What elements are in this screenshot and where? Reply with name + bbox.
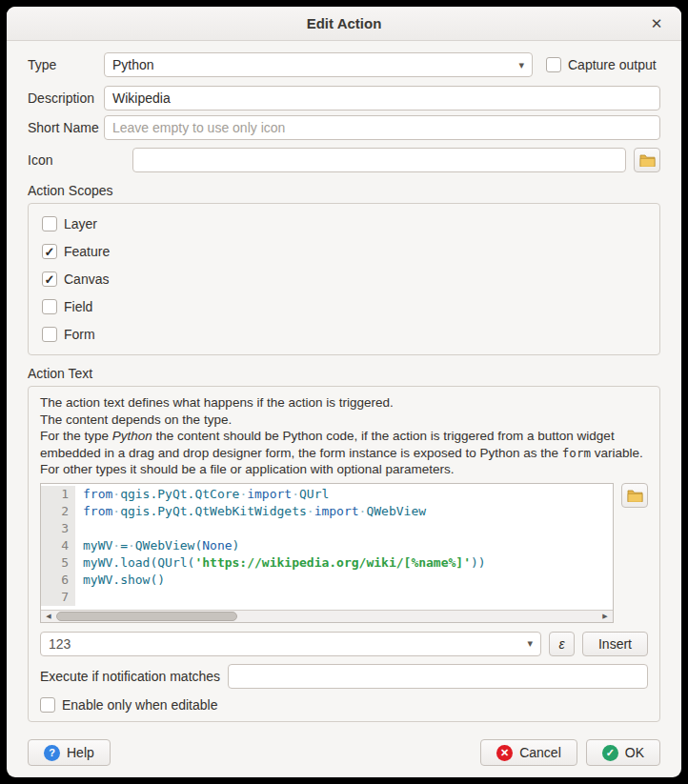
type-label: Type [28,57,104,72]
chevron-down-icon: ▾ [521,637,533,650]
scope-checkbox-canvas[interactable]: ✓ Canvas [42,269,646,290]
check-icon: ✓ [45,273,55,286]
scroll-left-icon[interactable]: ◀ [41,611,56,622]
code-line: 6myWV.show() [41,572,613,589]
footer: ? Help ✕ Cancel ✓ OK [7,731,681,777]
code-area: 1from·qgis.PyQt.QtCore·import·QUrl2from·… [40,483,648,623]
dialog-title: Edit Action [307,15,382,31]
scope-label-field: Field [64,299,92,314]
scope-checkbox-field[interactable]: ✓ Field [42,296,646,317]
close-icon[interactable]: ✕ [645,12,668,35]
help-label: Help [67,745,94,760]
capture-output-checkbox[interactable]: ✓ Capture output [546,57,657,72]
code-line: 4myWV·=·QWebView(None) [41,537,613,554]
expression-builder-button[interactable]: ε [549,632,575,656]
edit-action-dialog: Edit Action ✕ Type Python ▾ ✓ Capture ou… [0,0,688,784]
icon-browse-button[interactable] [634,148,660,172]
code-line: 1from·qgis.PyQt.QtCore·import·QUrl [41,486,613,503]
short-name-input[interactable] [104,115,660,140]
code-line: 3 [41,520,613,537]
cancel-button[interactable]: ✕ Cancel [480,739,577,766]
help-button[interactable]: ? Help [28,739,111,766]
help-icon: ? [44,745,60,761]
cancel-label: Cancel [519,745,561,760]
code-line: 7 [41,589,613,606]
short-name-row: Short Name [28,115,660,140]
scope-label-feature: Feature [64,244,110,259]
icon-label: Icon [28,152,132,168]
code-editor[interactable]: 1from·qgis.PyQt.QtCore·import·QUrl2from·… [40,483,614,623]
dialog: Edit Action ✕ Type Python ▾ ✓ Capture ou… [7,7,681,777]
ok-label: OK [625,745,644,760]
scope-label-layer: Layer [64,216,97,231]
enable-editable-checkbox[interactable]: ✓ Enable only when editable [40,697,648,713]
enable-editable-label: Enable only when editable [62,697,217,713]
type-value: Python [112,57,513,72]
scroll-right-icon[interactable]: ▶ [597,611,613,622]
description-input[interactable] [104,86,660,111]
scope-checkbox-feature[interactable]: ✓ Feature [42,241,646,262]
scope-checkbox-layer[interactable]: ✓ Layer [42,213,646,234]
type-row: Type Python ▾ ✓ Capture output [28,52,660,77]
action-scopes-title: Action Scopes [28,183,660,198]
cancel-icon: ✕ [496,745,513,761]
capture-output-label: Capture output [568,57,657,72]
notification-label: Execute if notification matches [40,669,220,684]
description-row: Description [28,86,660,111]
insert-button[interactable]: Insert [582,632,648,656]
short-name-label: Short Name [28,120,104,135]
capture-output-box: ✓ [546,57,561,72]
scope-label-form: Form [64,327,95,342]
dialog-content: Type Python ▾ ✓ Capture output Descripti… [7,41,681,731]
code-lines[interactable]: 1from·qgis.PyQt.QtCore·import·QUrl2from·… [41,484,613,610]
icon-row: Icon [28,148,660,172]
action-scopes-group: ✓ Layer ✓ Feature ✓ Canvas ✓ Field ✓ F [28,203,660,355]
action-text-description: The action text defines what happens if … [40,394,648,478]
code-browse-button[interactable] [621,483,648,508]
code-horizontal-scrollbar[interactable]: ◀ ▶ [41,610,613,622]
description-label: Description [28,90,104,106]
titlebar[interactable]: Edit Action ✕ [7,7,681,41]
action-text-title: Action Text [28,366,660,381]
ok-icon: ✓ [602,745,618,761]
folder-icon [639,153,656,167]
insert-row: 123 ▾ ε Insert [40,632,648,656]
notification-input[interactable] [228,664,648,689]
check-icon: ✓ [45,246,55,258]
chevron-down-icon: ▾ [513,59,524,71]
code-line: 5myWV.load(QUrl('https://wikipedia.org/w… [41,554,613,572]
code-line: 2from·qgis.PyQt.QtWebKitWidgets·import·Q… [41,503,613,520]
type-select[interactable]: Python ▾ [104,52,533,77]
scope-checkbox-form[interactable]: ✓ Form [42,324,646,345]
scrollbar-thumb[interactable] [56,612,237,621]
variable-value: 123 [49,636,521,652]
folder-icon [627,489,643,502]
notification-row: Execute if notification matches [40,664,648,689]
scope-label-canvas: Canvas [64,271,109,287]
action-text-group: The action text defines what happens if … [28,386,660,722]
ok-button[interactable]: ✓ OK [586,739,660,766]
variable-select[interactable]: 123 ▾ [40,632,541,656]
scrollbar-track[interactable] [56,611,597,622]
icon-path-input[interactable] [132,148,626,172]
